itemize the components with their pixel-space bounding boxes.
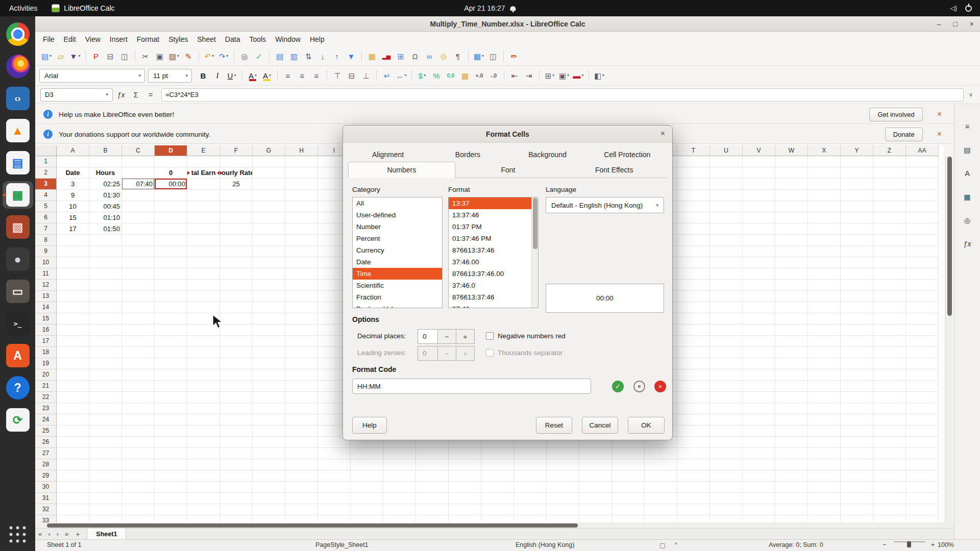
row-header-3[interactable]: 3 xyxy=(35,179,57,190)
cell-H6[interactable] xyxy=(285,212,318,223)
menu-file[interactable]: File xyxy=(38,32,59,47)
cell-A22[interactable] xyxy=(57,392,89,403)
language-dropdown[interactable]: Default - English (Hong Kong) ▾ xyxy=(546,197,664,213)
cell-B2[interactable]: Hours xyxy=(89,167,122,179)
cell-Y10[interactable] xyxy=(841,257,873,268)
cell-Z2[interactable] xyxy=(873,167,906,179)
expand-formula-bar-icon[interactable]: ∨ xyxy=(967,91,975,98)
cell-AA28[interactable] xyxy=(906,459,939,470)
functions-icon[interactable]: ƒx xyxy=(960,237,975,251)
cell-E7[interactable] xyxy=(187,223,220,235)
cell-D25[interactable] xyxy=(155,425,187,437)
insert-hyperlink-button[interactable]: ∞ xyxy=(422,49,436,63)
cell-M31[interactable] xyxy=(449,493,481,504)
last-sheet-button[interactable]: » xyxy=(62,530,71,538)
cell-H5[interactable] xyxy=(285,201,318,212)
cell-Z9[interactable] xyxy=(873,246,906,257)
cell-D12[interactable] xyxy=(155,280,187,291)
cell-T22[interactable] xyxy=(677,392,710,403)
row-header-1[interactable]: 1 xyxy=(35,156,57,167)
cell-E4[interactable] xyxy=(187,190,220,201)
cell-H18[interactable] xyxy=(285,347,318,358)
cell-T11[interactable] xyxy=(677,268,710,280)
window-close-button[interactable]: × xyxy=(970,20,974,28)
bold-button[interactable]: B xyxy=(196,69,210,83)
cell-J28[interactable] xyxy=(351,459,383,470)
cell-V10[interactable] xyxy=(743,257,775,268)
cell-E9[interactable] xyxy=(187,246,220,257)
cell-P27[interactable] xyxy=(547,448,579,459)
row-header-13[interactable]: 13 xyxy=(35,291,57,302)
row-header-9[interactable]: 9 xyxy=(35,246,57,257)
format-item[interactable]: 13:37:46 xyxy=(449,209,531,221)
cell-W19[interactable] xyxy=(775,358,808,369)
cell-H9[interactable] xyxy=(285,246,318,257)
cell-G26[interactable] xyxy=(253,437,285,448)
cell-F5[interactable] xyxy=(220,201,253,212)
row-header-32[interactable]: 32 xyxy=(35,504,57,515)
cell-D28[interactable] xyxy=(155,459,187,470)
cell-E6[interactable] xyxy=(187,212,220,223)
cell-Y9[interactable] xyxy=(841,246,873,257)
cell-B33[interactable] xyxy=(89,515,122,522)
cell-Z25[interactable] xyxy=(873,425,906,437)
cell-A32[interactable] xyxy=(57,504,89,515)
cell-U23[interactable] xyxy=(710,403,743,414)
navigator-icon[interactable]: ◎ xyxy=(960,213,975,227)
conditional-formatting-button[interactable]: ◧▾ xyxy=(592,69,606,83)
column-header-y[interactable]: Y xyxy=(841,145,873,156)
cell-T19[interactable] xyxy=(677,358,710,369)
cell-O29[interactable] xyxy=(514,470,547,482)
cell-F11[interactable] xyxy=(220,268,253,280)
cell-H20[interactable] xyxy=(285,369,318,381)
cell-U15[interactable] xyxy=(710,313,743,324)
cell-D27[interactable] xyxy=(155,448,187,459)
cell-T9[interactable] xyxy=(677,246,710,257)
cell-V12[interactable] xyxy=(743,280,775,291)
cell-B15[interactable] xyxy=(89,313,122,324)
column-header-w[interactable]: W xyxy=(775,145,808,156)
row-header-7[interactable]: 7 xyxy=(35,223,57,235)
styles-icon[interactable]: A xyxy=(960,166,975,180)
cell-O30[interactable] xyxy=(514,482,547,493)
zoom-in-button[interactable]: + xyxy=(931,541,935,548)
donate-button[interactable]: Donate xyxy=(885,128,923,141)
category-list[interactable]: AllUser-definedNumberPercentCurrencyDate… xyxy=(352,197,443,308)
menu-tools[interactable]: Tools xyxy=(244,32,271,47)
cell-A5[interactable]: 10 xyxy=(57,201,89,212)
cell-F30[interactable] xyxy=(220,482,253,493)
cell-F6[interactable] xyxy=(220,212,253,223)
cell-A25[interactable] xyxy=(57,425,89,437)
cell-D3[interactable]: 00:00 xyxy=(155,179,187,190)
cell-G13[interactable] xyxy=(253,291,285,302)
cell-D20[interactable] xyxy=(155,369,187,381)
italic-button[interactable]: I xyxy=(210,69,225,83)
cell-R28[interactable] xyxy=(612,459,645,470)
cell-X23[interactable] xyxy=(808,403,841,414)
cell-Y24[interactable] xyxy=(841,414,873,425)
cell-C27[interactable] xyxy=(122,448,155,459)
cell-C18[interactable] xyxy=(122,347,155,358)
cell-B11[interactable] xyxy=(89,268,122,280)
cell-D33[interactable] xyxy=(155,515,187,522)
cell-D29[interactable] xyxy=(155,470,187,482)
cell-F24[interactable] xyxy=(220,414,253,425)
cell-E22[interactable] xyxy=(187,392,220,403)
cell-G27[interactable] xyxy=(253,448,285,459)
cell-G29[interactable] xyxy=(253,470,285,482)
cell-K31[interactable] xyxy=(383,493,416,504)
row-header-24[interactable]: 24 xyxy=(35,414,57,425)
cell-K30[interactable] xyxy=(383,482,416,493)
cell-G6[interactable] xyxy=(253,212,285,223)
row-header-5[interactable]: 5 xyxy=(35,201,57,212)
cell-N31[interactable] xyxy=(481,493,514,504)
column-header-f[interactable]: F xyxy=(220,145,253,156)
cell-AA25[interactable] xyxy=(906,425,939,437)
cell-C26[interactable] xyxy=(122,437,155,448)
cell-U27[interactable] xyxy=(710,448,743,459)
cell-Z13[interactable] xyxy=(873,291,906,302)
chevron-down-icon[interactable]: ▾ xyxy=(134,73,141,78)
cell-B21[interactable] xyxy=(89,381,122,392)
column-header-a[interactable]: A xyxy=(57,145,89,156)
cell-E19[interactable] xyxy=(187,358,220,369)
